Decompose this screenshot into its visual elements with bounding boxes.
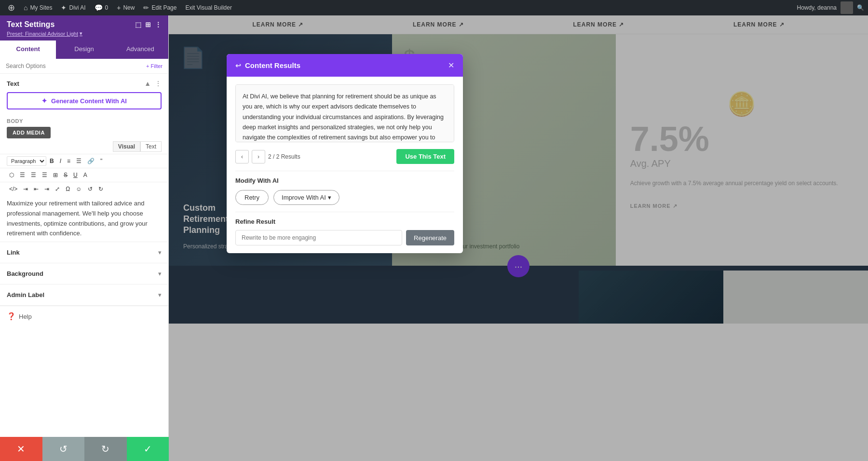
comments-icon: 💬 — [95, 4, 103, 12]
search-input[interactable] — [6, 63, 143, 69]
sidebar-title-icons: ⬚ ⊞ ⋮ — [135, 21, 162, 28]
formatting-toolbar: Paragraph B I ≡ ☰ 🔗 " — [0, 154, 168, 168]
link-button[interactable]: 🔗 — [85, 156, 97, 166]
filter-button[interactable]: + Filter — [146, 63, 163, 69]
home-icon: ⌂ — [24, 4, 27, 12]
indent-button[interactable]: ⇥ — [21, 184, 30, 194]
exit-builder-menu[interactable]: Exit Visual Builder — [181, 0, 236, 15]
strikethrough-button[interactable]: S — [61, 170, 70, 180]
divi-ai-label: Divi AI — [69, 4, 85, 11]
refine-input[interactable] — [235, 230, 402, 245]
sidebar-icon-menu[interactable]: ⋮ — [155, 21, 162, 28]
main-layout: Text Settings ⬚ ⊞ ⋮ Preset: Financial Ad… — [0, 15, 868, 461]
sidebar-title-row: Text Settings ⬚ ⊞ ⋮ — [7, 20, 162, 29]
sidebar-search-row: + Filter — [0, 59, 168, 74]
link-chevron-icon: ▾ — [158, 249, 162, 256]
nav-prev-button[interactable]: ‹ — [235, 150, 249, 163]
admin-label-section: Admin Label ▾ — [0, 285, 168, 306]
align-left-button[interactable]: ⬡ — [7, 170, 16, 180]
italic-button[interactable]: I — [57, 156, 64, 166]
color-button[interactable]: A — [81, 170, 90, 180]
fullscreen-button[interactable]: ⤢ — [53, 184, 62, 194]
nav-next-button[interactable]: › — [252, 150, 265, 163]
regenerate-button[interactable]: Regenerate — [406, 230, 454, 245]
modal-close-button[interactable]: ✕ — [448, 61, 454, 70]
plus-icon: + — [117, 4, 121, 12]
new-menu[interactable]: + New — [113, 0, 138, 15]
sidebar-header: Text Settings ⬚ ⊞ ⋮ Preset: Financial Ad… — [0, 15, 168, 41]
modal-header: ↩ Content Results ✕ — [227, 54, 463, 77]
code-button[interactable]: </> — [7, 184, 20, 194]
edit-page-label: Edit Page — [151, 4, 176, 11]
text-section-menu-icon[interactable]: ⋮ — [155, 80, 162, 87]
canvas: LEARN MORE ↗ LEARN MORE ↗ LEARN MORE ↗ L… — [169, 15, 868, 461]
text-section-header[interactable]: Text ▲ ⋮ — [0, 74, 168, 92]
modal-title-text: Content Results — [245, 61, 300, 69]
search-topbar-icon[interactable]: 🔍 — [857, 4, 864, 11]
generate-ai-button[interactable]: ✦ Generate Content With AI — [7, 92, 162, 109]
modify-section-title: Modify With AI — [235, 177, 454, 184]
outdent-button[interactable]: ⇤ — [31, 184, 41, 194]
user-avatar[interactable] — [841, 1, 853, 14]
emoji-button[interactable]: ☺ — [73, 184, 84, 194]
add-media-button[interactable]: ADD MEDIA — [7, 127, 51, 138]
editor-tab-text[interactable]: Text — [140, 141, 162, 152]
wp-logo-icon[interactable]: ⊕ — [4, 2, 19, 13]
redo-editor-button[interactable]: ↻ — [96, 184, 106, 194]
save-icon: ✓ — [144, 443, 152, 455]
link-section: Link ▾ — [0, 242, 168, 263]
ordered-list-button[interactable]: ☰ — [74, 156, 84, 166]
modal-divider-2 — [235, 212, 454, 212]
cancel-icon: ✕ — [17, 443, 25, 455]
undo-editor-button[interactable]: ↺ — [85, 184, 95, 194]
editor-body[interactable]: Maximize your retirement with tailored a… — [7, 199, 162, 239]
modal-title: ↩ Content Results — [235, 61, 300, 69]
tab-content[interactable]: Content — [0, 41, 56, 59]
edit-page-menu[interactable]: ✏ Edit Page — [139, 0, 180, 15]
justify-button[interactable]: ☰ — [40, 170, 50, 180]
sidebar-icon-grid[interactable]: ⊞ — [145, 21, 151, 28]
editor-tabs-row: Visual Text — [0, 141, 168, 154]
formatting-toolbar-3: </> ⇥ ⇤ ⇥ ⤢ Ω ☺ ↺ ↻ — [0, 182, 168, 196]
tab-advanced[interactable]: Advanced — [112, 41, 168, 59]
admin-label-chevron-icon: ▾ — [158, 291, 162, 298]
my-sites-menu[interactable]: ⌂ My Sites — [20, 0, 56, 15]
new-label: New — [123, 4, 135, 11]
table-button[interactable]: ⊞ — [51, 170, 60, 180]
link-section-header[interactable]: Link ▾ — [0, 242, 168, 263]
unordered-list-button[interactable]: ≡ — [65, 156, 73, 166]
background-section-header[interactable]: Background ▾ — [0, 263, 168, 284]
undo-button[interactable]: ↺ — [42, 437, 85, 461]
cancel-button[interactable]: ✕ — [0, 437, 42, 461]
align-center-button[interactable]: ☰ — [17, 170, 27, 180]
align-right-button[interactable]: ☰ — [28, 170, 39, 180]
sidebar-preset-text: Preset: Financial Advisor Light — [7, 31, 78, 37]
editor-tab-visual[interactable]: Visual — [113, 141, 140, 152]
sidebar-icon-copy[interactable]: ⬚ — [135, 21, 141, 28]
help-label: Help — [19, 313, 32, 320]
modal-overlay: ↩ Content Results ✕ At Divi AI, we belie… — [169, 15, 868, 461]
underline-button[interactable]: U — [71, 170, 80, 180]
increase-indent-button[interactable]: ⇥ — [42, 184, 52, 194]
exit-label: Exit Visual Builder — [185, 4, 232, 11]
paragraph-select[interactable]: Paragraph — [7, 156, 46, 166]
modal-body: At Divi AI, we believe that planning for… — [227, 77, 463, 253]
admin-label-section-header[interactable]: Admin Label ▾ — [0, 285, 168, 305]
redo-button[interactable]: ↻ — [84, 437, 127, 461]
blockquote-button[interactable]: " — [98, 156, 105, 166]
omega-button[interactable]: Ω — [63, 184, 72, 194]
save-button[interactable]: ✓ — [127, 437, 169, 461]
bold-button[interactable]: B — [47, 156, 56, 166]
modal-nav: ‹ › 2 / 2 Results Use This Text — [235, 149, 454, 164]
sidebar-preset[interactable]: Preset: Financial Advisor Light ▾ — [7, 30, 162, 37]
divi-ai-menu[interactable]: ✦ Divi AI — [57, 0, 89, 15]
retry-button[interactable]: Retry — [235, 190, 269, 205]
modal-back-icon[interactable]: ↩ — [235, 62, 241, 69]
improve-with-ai-button[interactable]: Improve With AI ▾ — [273, 190, 339, 205]
modal-content-text: At Divi AI, we believe that planning for… — [235, 84, 454, 142]
tab-design[interactable]: Design — [56, 41, 112, 59]
use-this-text-button[interactable]: Use This Text — [396, 149, 454, 164]
howdy-text: Howdy, deanna — [797, 4, 837, 11]
comments-menu[interactable]: 💬 0 — [91, 0, 112, 15]
help-link[interactable]: ❓ Help — [0, 306, 168, 326]
